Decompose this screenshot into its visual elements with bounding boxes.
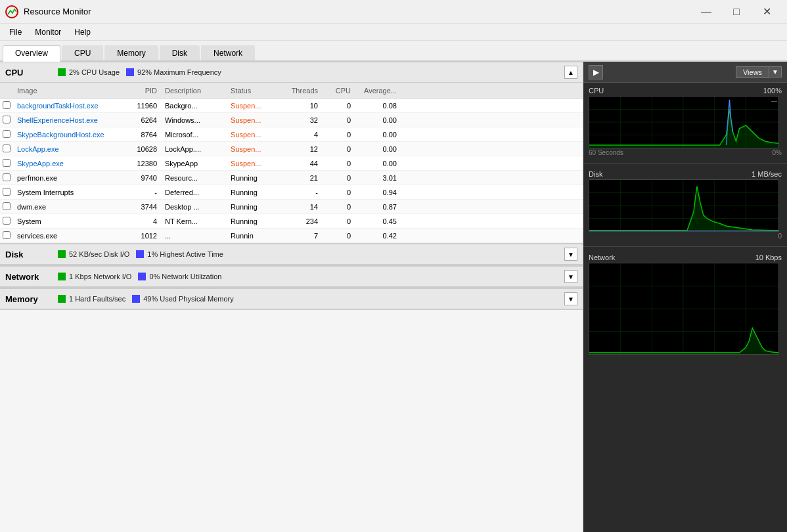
table-row[interactable]: ShellExperienceHost.exe 6264 Windows... … bbox=[0, 113, 583, 127]
title-bar-left: Resource Monitor bbox=[5, 5, 91, 18]
minimize-button[interactable]: — bbox=[691, 2, 721, 22]
memory-stat1: 1 Hard Faults/sec bbox=[58, 295, 125, 303]
table-row[interactable]: SkypeBackgroundHost.exe 8764 Microsof...… bbox=[0, 127, 583, 142]
cpu-freq-icon bbox=[126, 68, 134, 76]
disk-graph-section: Disk 1 MB/sec bbox=[583, 166, 787, 244]
disk-graph-canvas bbox=[589, 179, 779, 232]
row-cpu: 0 bbox=[323, 145, 356, 153]
network-section-header[interactable]: Network 1 Kbps Network I/O 0% Network Ut… bbox=[0, 266, 583, 287]
memory-used-icon bbox=[132, 295, 140, 303]
row-checkbox[interactable] bbox=[0, 144, 14, 154]
row-pid: 8764 bbox=[123, 131, 162, 139]
row-description: NT Kern... bbox=[162, 217, 228, 225]
row-pid: 9740 bbox=[123, 174, 162, 182]
col-cpu-header[interactable]: CPU bbox=[323, 87, 356, 95]
network-expand-button[interactable]: ▼ bbox=[564, 270, 577, 283]
row-average: 0.94 bbox=[356, 188, 402, 196]
row-pid: 10628 bbox=[123, 145, 162, 153]
row-description: ... bbox=[162, 232, 228, 240]
views-dropdown-arrow[interactable]: ▼ bbox=[769, 66, 782, 78]
table-row[interactable]: services.exe 1012 ... Runnin 7 0 0.42 bbox=[0, 229, 583, 243]
cpu-usage-label: 2% CPU Usage bbox=[69, 68, 120, 76]
views-label[interactable]: Views bbox=[736, 66, 769, 78]
row-description: Microsof... bbox=[162, 131, 228, 139]
row-average: 0.08 bbox=[356, 102, 402, 110]
menu-monitor[interactable]: Monitor bbox=[28, 26, 68, 38]
row-checkbox[interactable] bbox=[0, 188, 14, 197]
cpu-stat1: 2% CPU Usage bbox=[58, 68, 120, 76]
app-icon bbox=[5, 5, 18, 18]
cpu-table: Image PID Description Status Threads CPU… bbox=[0, 83, 583, 243]
table-row[interactable]: SkypeApp.exe 12380 SkypeApp Suspen... 44… bbox=[0, 156, 583, 171]
title-bar: Resource Monitor — □ ✕ bbox=[0, 0, 787, 24]
row-cpu: 0 bbox=[323, 203, 356, 211]
network-graph-header: Network 10 Kbps bbox=[589, 254, 782, 261]
menu-help[interactable]: Help bbox=[68, 26, 97, 38]
network-header-left: Network 1 Kbps Network I/O 0% Network Ut… bbox=[5, 272, 221, 282]
table-row[interactable]: System Interrupts - Deferred... Running … bbox=[0, 185, 583, 200]
row-status: Suspen... bbox=[228, 131, 281, 139]
cpu-graph-footer-left: 60 Seconds bbox=[589, 149, 623, 156]
right-nav-button[interactable]: ▶ bbox=[589, 65, 603, 79]
disk-graph-title: Disk bbox=[589, 170, 602, 178]
col-image-header[interactable]: Image bbox=[14, 87, 123, 95]
memory-section-header[interactable]: Memory 1 Hard Faults/sec 49% Used Physic… bbox=[0, 288, 583, 309]
disk-section-header[interactable]: Disk 52 KB/sec Disk I/O 1% Highest Activ… bbox=[0, 244, 583, 265]
table-row[interactable]: LockApp.exe 10628 LockApp.... Suspen... … bbox=[0, 142, 583, 156]
divider-2 bbox=[583, 246, 787, 247]
memory-expand-button[interactable]: ▼ bbox=[564, 292, 577, 305]
disk-io-icon bbox=[58, 250, 66, 258]
row-status: Running bbox=[228, 188, 281, 196]
disk-expand-button[interactable]: ▼ bbox=[564, 248, 577, 261]
table-row[interactable]: System 4 NT Kern... Running 234 0 0.45 bbox=[0, 214, 583, 229]
col-avg-header[interactable]: Average... bbox=[356, 87, 402, 95]
memory-header-left: Memory 1 Hard Faults/sec 49% Used Physic… bbox=[5, 294, 234, 304]
cpu-header-right: ▲ bbox=[564, 66, 577, 79]
col-desc-header[interactable]: Description bbox=[162, 87, 228, 95]
row-checkbox[interactable] bbox=[0, 159, 14, 168]
memory-stat2: 49% Used Physical Memory bbox=[132, 295, 234, 303]
table-header: Image PID Description Status Threads CPU… bbox=[0, 83, 583, 99]
maximize-button[interactable]: □ bbox=[721, 2, 752, 22]
network-graph-value: 10 Kbps bbox=[755, 254, 782, 261]
tab-memory[interactable]: Memory bbox=[104, 45, 158, 60]
cpu-section-header[interactable]: CPU 2% CPU Usage 92% Maximum Frequency ▲ bbox=[0, 62, 583, 83]
menu-file[interactable]: File bbox=[3, 26, 28, 38]
cpu-graph-title: CPU bbox=[589, 87, 604, 95]
row-description: Windows... bbox=[162, 116, 228, 124]
memory-section: Memory 1 Hard Faults/sec 49% Used Physic… bbox=[0, 288, 583, 310]
menu-bar: File Monitor Help bbox=[0, 24, 787, 41]
row-checkbox[interactable] bbox=[0, 101, 14, 110]
network-graph-grid bbox=[589, 263, 778, 354]
row-checkbox[interactable] bbox=[0, 116, 14, 125]
tab-disk[interactable]: Disk bbox=[160, 45, 200, 60]
tab-bar: Overview CPU Memory Disk Network bbox=[0, 41, 787, 62]
row-checkbox[interactable] bbox=[0, 217, 14, 226]
table-row[interactable]: dwm.exe 3744 Desktop ... Running 14 0 0.… bbox=[0, 200, 583, 214]
col-threads-header[interactable]: Threads bbox=[281, 87, 323, 95]
network-header-right: ▼ bbox=[564, 270, 577, 283]
row-description: Desktop ... bbox=[162, 203, 228, 211]
row-checkbox[interactable] bbox=[0, 130, 14, 139]
row-pid: - bbox=[123, 188, 162, 196]
tab-cpu[interactable]: CPU bbox=[62, 45, 103, 60]
row-checkbox[interactable] bbox=[0, 231, 14, 240]
cpu-header-left: CPU 2% CPU Usage 92% Maximum Frequency bbox=[5, 68, 221, 78]
col-pid-header[interactable]: PID bbox=[123, 87, 162, 95]
table-row[interactable]: backgroundTaskHost.exe 11960 Backgro... … bbox=[0, 99, 583, 113]
tab-network[interactable]: Network bbox=[201, 45, 255, 60]
row-checkbox[interactable] bbox=[0, 173, 14, 183]
row-description: LockApp.... bbox=[162, 145, 228, 153]
main-layout: CPU 2% CPU Usage 92% Maximum Frequency ▲… bbox=[0, 62, 787, 532]
table-row[interactable]: perfmon.exe 9740 Resourc... Running 21 0… bbox=[0, 171, 583, 185]
close-button[interactable]: ✕ bbox=[752, 2, 782, 22]
cpu-expand-button[interactable]: ▲ bbox=[564, 66, 577, 79]
row-image: System bbox=[14, 217, 123, 225]
table-body: backgroundTaskHost.exe 11960 Backgro... … bbox=[0, 99, 583, 243]
row-status: Running bbox=[228, 217, 281, 225]
tab-overview[interactable]: Overview bbox=[3, 45, 60, 62]
row-checkbox[interactable] bbox=[0, 202, 14, 211]
col-status-header[interactable]: Status bbox=[228, 87, 281, 95]
disk-section-title: Disk bbox=[5, 250, 51, 259]
row-image: SkypeApp.exe bbox=[14, 160, 123, 167]
